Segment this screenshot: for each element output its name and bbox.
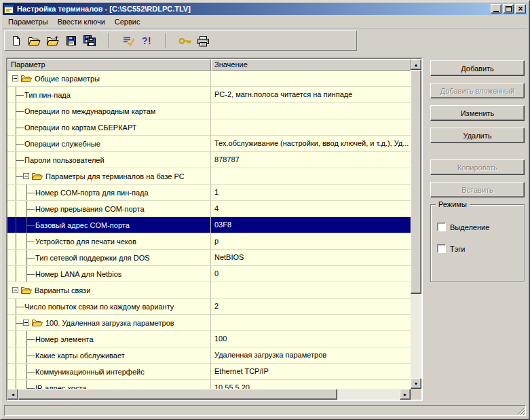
- param-cell[interactable]: Пароли пользователей: [7, 152, 211, 168]
- table-row[interactable]: 100. Удаленная загрузка параметров: [7, 315, 411, 331]
- value-cell[interactable]: [211, 71, 411, 87]
- param-cell[interactable]: Базовый адрес COM-порта: [7, 217, 211, 233]
- table-row[interactable]: Пароли пользователей878787: [7, 152, 411, 168]
- selection-checkbox[interactable]: Выделение: [437, 223, 518, 231]
- table-row[interactable]: Номер прерывания COM-порта4: [7, 201, 411, 217]
- tree-expander-icon[interactable]: [23, 320, 29, 326]
- tags-checkbox[interactable]: Тэги: [437, 244, 518, 253]
- add-button[interactable]: Добавить: [430, 60, 525, 76]
- status-bar: [3, 404, 527, 417]
- value-cell[interactable]: [211, 282, 411, 299]
- param-cell[interactable]: Варианты связи: [7, 282, 211, 299]
- checkbox-icon[interactable]: [437, 223, 446, 231]
- table-row[interactable]: Варианты связи: [7, 282, 411, 299]
- value-cell[interactable]: [211, 119, 411, 136]
- table-row[interactable]: Номер элемента100: [7, 331, 411, 347]
- edit-button[interactable]: Изменить: [430, 105, 525, 121]
- tree-expander-icon[interactable]: [12, 75, 18, 81]
- value-cell[interactable]: [211, 168, 411, 185]
- value-cell[interactable]: 100: [211, 331, 411, 347]
- table-row[interactable]: Базовый адрес COM-порта03F8: [7, 217, 411, 233]
- param-cell[interactable]: Операции служебные: [7, 136, 211, 152]
- table-row[interactable]: Число попыток связи по каждому варианту2: [7, 299, 411, 315]
- save-all-button[interactable]: [80, 33, 98, 49]
- table-row[interactable]: Общие параметры: [7, 71, 411, 87]
- param-cell[interactable]: Номер прерывания COM-порта: [7, 201, 211, 217]
- value-cell[interactable]: 10.55.5.20: [211, 380, 411, 389]
- value-cell[interactable]: Ethernet TCP/IP: [211, 364, 411, 380]
- key-button[interactable]: [176, 33, 194, 49]
- column-header-value[interactable]: Значение: [211, 59, 411, 71]
- print-button[interactable]: [194, 33, 212, 49]
- tree-expander-icon[interactable]: [23, 173, 29, 179]
- value-cell[interactable]: 1: [211, 185, 411, 201]
- value-cell[interactable]: 0: [211, 266, 411, 282]
- menu-service[interactable]: Сервис: [110, 16, 145, 27]
- param-cell[interactable]: Тип сетевой поддержки для DOS: [7, 250, 211, 266]
- table-row[interactable]: IP-адрес хоста10.55.5.20: [7, 380, 411, 389]
- value-cell[interactable]: 03F8: [211, 217, 411, 233]
- param-cell[interactable]: IP-адрес хоста: [7, 380, 211, 389]
- delete-button[interactable]: Удалить: [430, 128, 525, 143]
- scroll-right-button[interactable]: ►: [400, 389, 411, 400]
- param-cell[interactable]: Устройство для печати чеков: [7, 233, 211, 250]
- menu-parameters[interactable]: Параметры: [3, 16, 53, 27]
- open-add-button[interactable]: [43, 33, 62, 49]
- scroll-left-button[interactable]: ◄: [7, 389, 18, 400]
- table-row[interactable]: Операции по международным картам: [7, 103, 411, 119]
- value-cell[interactable]: NetBIOS: [211, 250, 411, 266]
- vertical-scroll-thumb[interactable]: [411, 70, 421, 294]
- scroll-down-button[interactable]: ▼: [411, 378, 421, 389]
- value-cell[interactable]: [211, 103, 411, 119]
- modes-groupbox-title: Режимы: [436, 200, 470, 208]
- table-row[interactable]: Какие карты обслуживаетУдаленная загрузк…: [7, 347, 411, 364]
- param-cell[interactable]: Какие карты обслуживает: [7, 347, 211, 364]
- help-button[interactable]: ?!: [137, 33, 155, 49]
- horizontal-scrollbar[interactable]: ◄ ►: [7, 389, 411, 400]
- param-cell[interactable]: Номер элемента: [7, 331, 211, 347]
- table-row[interactable]: Параметры для терминалов на базе PC: [7, 168, 411, 185]
- column-header-parameter[interactable]: Параметр: [7, 59, 211, 71]
- param-cell[interactable]: Коммуникационный интерфейс: [7, 364, 211, 380]
- table-row[interactable]: Номер LANA для Netbios0: [7, 266, 411, 282]
- checkbox-icon[interactable]: [437, 244, 446, 253]
- titlebar[interactable]: Настройка терминалов - [C:\SC552\RDLPC.T…: [3, 3, 527, 15]
- param-cell[interactable]: Номер LANA для Netbios: [7, 266, 211, 282]
- param-cell[interactable]: Номер COM-порта для пин-пада: [7, 185, 211, 201]
- param-cell[interactable]: Операции по международным картам: [7, 103, 211, 119]
- value-cell[interactable]: p: [211, 233, 411, 250]
- param-cell[interactable]: Операции по картам СБЕРКАРТ: [7, 119, 211, 136]
- new-document-button[interactable]: [7, 33, 25, 49]
- value-cell[interactable]: Удаленная загрузка параметров: [211, 347, 411, 364]
- value-cell[interactable]: [211, 315, 411, 331]
- resize-grip[interactable]: [516, 406, 525, 415]
- param-cell[interactable]: Тип пин-пада: [7, 87, 211, 103]
- value-cell[interactable]: Тех.обслуживание (настройки, ввод ключей…: [211, 136, 411, 152]
- verify-keys-button[interactable]: [119, 33, 137, 49]
- minimize-button[interactable]: [491, 4, 501, 14]
- vertical-scrollbar[interactable]: ▲ ▼: [411, 59, 421, 389]
- param-cell[interactable]: 100. Удаленная загрузка параметров: [7, 315, 211, 331]
- param-cell[interactable]: Число попыток связи по каждому варианту: [7, 299, 211, 315]
- value-cell[interactable]: PC-2, магн.полоса читается на пинпаде: [211, 87, 411, 103]
- tree-expander-icon[interactable]: [12, 287, 18, 293]
- table-row[interactable]: Устройство для печати чековp: [7, 233, 411, 250]
- param-cell[interactable]: Параметры для терминалов на базе PC: [7, 168, 211, 185]
- table-row[interactable]: Коммуникационный интерфейсEthernet TCP/I…: [7, 364, 411, 380]
- horizontal-scroll-thumb[interactable]: [18, 389, 337, 400]
- value-cell[interactable]: 878787: [211, 152, 411, 168]
- table-row[interactable]: Тип пин-падаPC-2, магн.полоса читается н…: [7, 87, 411, 103]
- param-cell[interactable]: Общие параметры: [7, 71, 211, 87]
- table-row[interactable]: Тип сетевой поддержки для DOSNetBIOS: [7, 250, 411, 266]
- table-row[interactable]: Операции служебныеТех.обслуживание (наст…: [7, 136, 411, 152]
- close-button[interactable]: ×: [515, 4, 526, 14]
- maximize-button[interactable]: [503, 4, 514, 14]
- value-cell[interactable]: 2: [211, 299, 411, 315]
- menu-enter-keys[interactable]: Ввести ключи: [53, 16, 110, 27]
- scroll-up-button[interactable]: ▲: [411, 59, 421, 70]
- table-row[interactable]: Номер COM-порта для пин-пада1: [7, 185, 411, 201]
- save-button[interactable]: [62, 33, 80, 49]
- table-row[interactable]: Операции по картам СБЕРКАРТ: [7, 119, 411, 136]
- open-file-button[interactable]: [25, 33, 43, 49]
- value-cell[interactable]: 4: [211, 201, 411, 217]
